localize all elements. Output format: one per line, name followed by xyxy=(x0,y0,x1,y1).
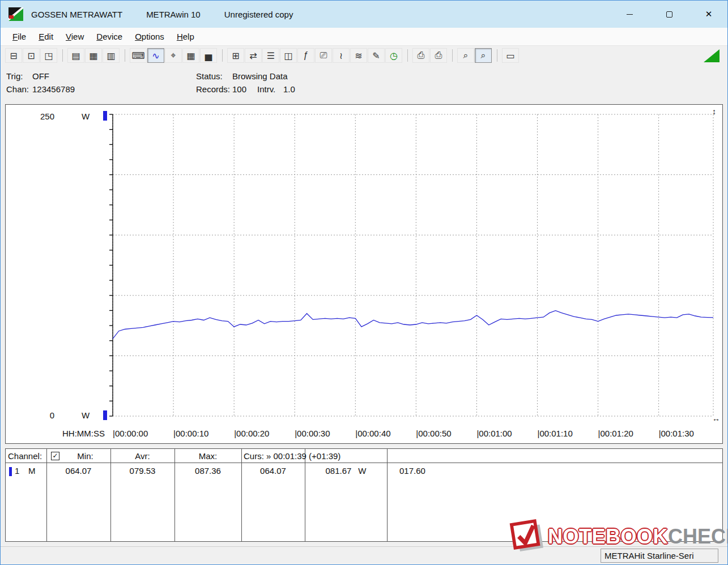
cell-min-value: 064.07 xyxy=(46,466,110,476)
app-logo-icon xyxy=(8,7,23,21)
transfer-button[interactable]: ⇄ xyxy=(245,48,262,63)
toolbar-separator xyxy=(222,49,223,62)
x-axis-tick-label: |00:01:30 xyxy=(659,429,694,438)
x-axis-tick-label: |00:00:30 xyxy=(295,429,330,438)
toolbar-separator xyxy=(62,49,63,62)
menu-view[interactable]: View xyxy=(59,29,90,44)
x-axis-tick-label: |00:01:00 xyxy=(476,429,512,438)
status-left-column: Trig:OFF Chan:123456789 xyxy=(6,70,75,96)
menu-help[interactable]: Help xyxy=(171,29,201,44)
trigger-value: OFF xyxy=(32,71,49,81)
cell-avr-value: 079.53 xyxy=(110,466,174,476)
interval-label: Intrv. xyxy=(257,83,283,96)
cursor-b-number: 081.67 xyxy=(325,466,351,476)
gridlines xyxy=(113,114,713,416)
menu-edit[interactable]: Edit xyxy=(32,29,59,44)
y-axis-max-label: 250 xyxy=(34,112,54,121)
annotation-button[interactable]: ✎ xyxy=(368,48,385,63)
table-header-cursor: Curs: » 00:01:39 (+01:39) xyxy=(244,451,340,461)
connection-status-triangle xyxy=(704,49,720,62)
cell-cursor-b-value: 081.67W xyxy=(305,466,387,476)
channel-list-button[interactable]: ☰ xyxy=(262,48,279,63)
copy-values-button[interactable]: ⊞ xyxy=(227,48,244,63)
maximize-icon xyxy=(666,11,672,18)
cursor-b-unit: W xyxy=(358,466,366,476)
cursor-info-button[interactable]: ▭ xyxy=(502,48,519,63)
x-axis-zoom-handle-icon[interactable]: ↔ xyxy=(712,414,720,423)
maximize-button[interactable] xyxy=(656,1,682,28)
open-folder-button[interactable]: ◳ xyxy=(40,48,57,63)
status-label: Status: xyxy=(196,70,232,83)
x-axis-title: HH:MM:SS xyxy=(62,429,105,438)
series-line xyxy=(113,311,713,339)
line-chart-button[interactable]: ∿ xyxy=(147,48,164,63)
watermark-text-secondary: CHECK xyxy=(668,525,728,549)
cell-max-value: 087.36 xyxy=(174,466,241,476)
toolbar-separator xyxy=(407,49,408,62)
load-data-button[interactable]: ⊟ xyxy=(5,48,22,63)
x-axis-tick-label: |00:01:10 xyxy=(537,429,572,438)
table-header-min: Min: xyxy=(60,451,110,461)
channel-value: 123456789 xyxy=(32,84,75,94)
minimize-button[interactable] xyxy=(616,1,642,28)
print-setup-button[interactable]: ⎙ xyxy=(430,48,447,63)
zoom-auto-button[interactable]: ⌕ xyxy=(475,48,492,63)
table-view-button[interactable]: ▦ xyxy=(182,48,199,63)
x-axis-tick-label: |00:00:50 xyxy=(416,429,451,438)
monitor-button[interactable]: ◫ xyxy=(280,48,297,63)
crosshair-button[interactable]: ⌖ xyxy=(165,48,182,63)
bar-graph-button[interactable]: ▅ xyxy=(200,48,217,63)
channel-checkbox[interactable]: ✓ xyxy=(51,452,59,460)
status-panel: Trig:OFF Chan:123456789 Status:Browsing … xyxy=(1,65,727,101)
toolbar-separator xyxy=(497,49,497,62)
records-value: 100 xyxy=(232,83,257,96)
interval-timer-button[interactable]: ◷ xyxy=(385,48,402,63)
y-axis-unit-bottom: W xyxy=(82,410,90,420)
envelope-curve-button[interactable]: ≋ xyxy=(350,48,367,63)
y-axis-unit-top: W xyxy=(82,112,90,121)
table-header-divider xyxy=(6,463,722,463)
records-label: Records: xyxy=(196,83,232,96)
close-button[interactable]: ✕ xyxy=(696,1,722,28)
menu-options[interactable]: Options xyxy=(129,29,171,44)
trigger-label: Trig: xyxy=(6,70,32,83)
status-value: Browsing Data xyxy=(232,71,288,81)
y-axis-zoom-handle-icon[interactable]: ↕ xyxy=(712,107,716,116)
title-app-name: GOSSEN METRAWATT xyxy=(31,10,122,19)
chart-plot-area[interactable] xyxy=(106,112,718,419)
toolbar: ⊟⊡◳▤▦▥⌨∿⌖▦▅⊞⇄☰◫ƒ⎚≀≋✎◷⎙⎙⌕⌕▭ xyxy=(1,46,727,65)
menu-file[interactable]: File xyxy=(6,29,32,44)
cell-channel-number: 1 xyxy=(15,466,19,476)
cell-channel-mode: M xyxy=(28,466,36,476)
records-row: Records:100Intrv.1.0 xyxy=(196,83,295,96)
x-axis-tick-label: |00:00:40 xyxy=(355,429,390,438)
notebookcheck-watermark: NOTEBOOKCHECK xyxy=(509,518,728,555)
device-display-button[interactable]: ⎚ xyxy=(315,48,332,63)
channel-label: Chan: xyxy=(6,83,32,96)
menu-device[interactable]: Device xyxy=(90,29,129,44)
menubar: FileEditViewDeviceOptionsHelp xyxy=(1,28,727,46)
print-button[interactable]: ⎙ xyxy=(412,48,429,63)
channel-color-marker xyxy=(9,467,12,476)
x-axis-tick-label: |00:00:20 xyxy=(234,429,269,438)
cell-cursor-delta-value: 017.60 xyxy=(399,466,425,476)
x-axis-tick-label: |00:01:20 xyxy=(598,429,633,438)
snapshot-button[interactable]: ▦ xyxy=(85,48,102,63)
save-data-button[interactable]: ⊡ xyxy=(23,48,40,63)
display-copy-button[interactable]: ▤ xyxy=(67,48,84,63)
toolbar-separator xyxy=(452,49,453,62)
metrawin-window: { "window": { "app_title": "GOSSEN METRA… xyxy=(0,0,728,565)
trigger-status-row: Trig:OFF xyxy=(6,70,75,83)
status-row: Status:Browsing Data xyxy=(196,70,295,83)
cell-cursor-a-value: 064.07 xyxy=(241,466,305,476)
numeric-display-button[interactable]: ⌨ xyxy=(130,48,147,63)
table-header-avr: Avr: xyxy=(110,451,174,461)
formula-button[interactable]: ƒ xyxy=(297,48,314,63)
minimize-icon xyxy=(627,14,633,15)
y-axis-min-label: 0 xyxy=(34,410,54,420)
minmax-curve-button[interactable]: ≀ xyxy=(333,48,350,63)
titlebar: GOSSEN METRAWATT METRAwin 10 Unregistere… xyxy=(1,1,727,28)
channel-status-row: Chan:123456789 xyxy=(6,83,75,96)
display-out-button[interactable]: ▥ xyxy=(103,48,120,63)
zoom-manual-button[interactable]: ⌕ xyxy=(457,48,474,63)
